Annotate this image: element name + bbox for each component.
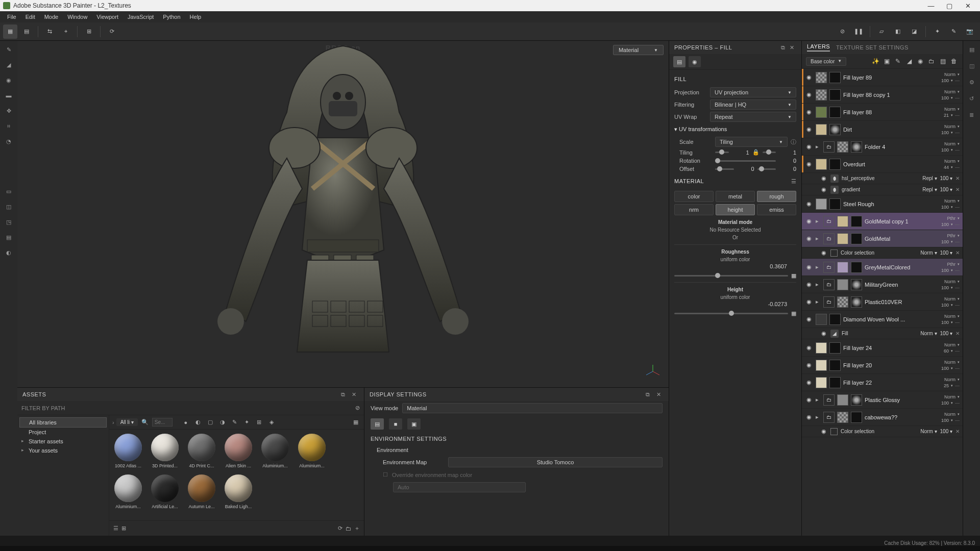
layer-name[interactable]: Fill layer 24 [843, 345, 932, 351]
channel-rough[interactable]: rough [757, 191, 796, 202]
layer-mask[interactable] [829, 159, 841, 170]
visibility-icon[interactable]: ◉ [820, 428, 827, 435]
folder-caret-icon[interactable]: ▸ [816, 414, 821, 420]
layer-thumb[interactable] [837, 279, 848, 290]
visibility-icon[interactable]: ◉ [805, 74, 813, 81]
layer-meta[interactable]: Norm▾21▾— [934, 106, 960, 118]
layer-effect-row[interactable]: ◉◢FillNorm ▾100 ▾✕ [802, 328, 963, 339]
layer-meta[interactable]: Pthr▾100▾— [934, 215, 960, 228]
viewport-3d[interactable]: RRCG.cn [17, 41, 669, 388]
layer-thumb[interactable] [837, 141, 848, 153]
layer-row[interactable]: ◉▸🗀Folder 4Norm▾100▾— [802, 138, 963, 156]
layer-thumb[interactable] [837, 262, 848, 273]
visibility-icon[interactable]: ◉ [805, 218, 813, 224]
menu-window[interactable]: Window [63, 13, 91, 21]
layer-row[interactable]: ◉Fill layer 89Norm▾100▾— [802, 69, 963, 86]
layer-meta[interactable]: Norm▾44▾— [934, 158, 960, 170]
channel-emiss[interactable]: emiss [757, 204, 796, 215]
channel-metal[interactable]: metal [716, 191, 755, 202]
layer-name[interactable]: Fill layer 20 [843, 362, 932, 368]
add-folder-icon[interactable]: 🗀 [927, 57, 936, 66]
assets-reload-icon[interactable]: ⟳ [338, 525, 342, 532]
layer-meta[interactable]: Norm▾100▾— [934, 71, 960, 84]
minimize-button[interactable]: — [922, 0, 940, 11]
filter-material-icon[interactable]: ● [181, 417, 191, 428]
filter-env-icon[interactable]: ◈ [266, 417, 277, 428]
layer-row[interactable]: ◉▸🗀GreyMetalColoredPthr▾100▾— [802, 259, 963, 276]
asset-item[interactable]: Aluminium... [260, 434, 290, 468]
layer-name[interactable]: cabowewa?? [865, 414, 932, 420]
visibility-icon[interactable]: ◉ [805, 264, 813, 270]
layer-thumb[interactable] [816, 72, 827, 83]
layer-mask[interactable] [851, 394, 862, 406]
rough-color-icon[interactable]: ▦ [791, 272, 796, 279]
add-effect-icon[interactable]: ✨ [871, 57, 880, 66]
uv-trans-header[interactable]: ▾ UV transformations [674, 124, 796, 135]
layer-row[interactable]: ◉Diamond Woven Wool ...Norm▾100▾— [802, 311, 963, 328]
tiling-slider-y[interactable] [763, 152, 776, 153]
visibility-icon[interactable]: ◉ [805, 126, 813, 133]
layer-meta[interactable]: Norm▾100▾— [934, 313, 960, 325]
axis-gizmo[interactable] [645, 364, 660, 379]
visibility-icon[interactable]: ◉ [805, 298, 813, 305]
asset-item[interactable]: 4D Print C... [187, 434, 216, 468]
layer-mask[interactable] [829, 89, 841, 101]
viewmode-dropdown[interactable]: Material [402, 403, 663, 413]
layer-mask[interactable] [829, 360, 841, 371]
polygon-fill-icon[interactable]: ▭ [3, 186, 14, 197]
filter-particle-icon[interactable]: ✦ [242, 417, 252, 428]
visibility-icon[interactable]: ◉ [805, 344, 813, 351]
layer-mask[interactable] [829, 107, 841, 118]
layer-meta[interactable]: Norm▾100▾— [934, 394, 960, 406]
display-close-icon[interactable]: ✕ [654, 390, 664, 399]
filter-mesh-icon[interactable]: ⊞ [254, 417, 264, 428]
visibility-icon[interactable]: ◉ [805, 143, 813, 150]
visibility-icon[interactable]: ◉ [820, 175, 827, 182]
symmetry-button[interactable]: ⇆ [42, 24, 57, 39]
layer-row[interactable]: ◉▸🗀MilitaryGreenNorm▾100▾— [802, 276, 963, 293]
add-layer-icon[interactable]: ▤ [938, 57, 947, 66]
assets-tree-item[interactable]: ▸Your assets [17, 446, 109, 455]
fill-tool-icon[interactable]: ▬ [3, 90, 14, 101]
layer-row[interactable]: ◉Steel RoughNorm▾100▾— [802, 195, 963, 213]
env-auto-dropdown[interactable]: Auto [393, 482, 526, 492]
assets-foot-help-icon[interactable]: ⊞ [121, 525, 126, 532]
menu-python[interactable]: Python [159, 13, 184, 21]
layer-mask[interactable] [829, 342, 841, 354]
layer-mask[interactable] [851, 233, 862, 244]
visibility-icon[interactable]: ◉ [805, 281, 813, 288]
asset-item[interactable]: Artificial Le... [150, 474, 180, 509]
dock-layers-icon[interactable]: ◫ [966, 60, 977, 71]
assets-add-icon[interactable]: ＋ [354, 524, 360, 532]
assets-search-input[interactable] [152, 418, 173, 427]
visibility-icon[interactable]: ◉ [805, 235, 813, 242]
display-viewport-tab-icon[interactable]: ▣ [407, 418, 421, 430]
layer-name[interactable]: Steel Rough [843, 201, 932, 207]
filter-texture-icon[interactable]: ▢ [205, 417, 215, 428]
layer-name[interactable]: Dirt [843, 127, 932, 133]
layer-mask[interactable] [829, 124, 841, 135]
add-fill-icon[interactable]: ◢ [904, 57, 914, 66]
visibility-icon[interactable]: ◉ [805, 161, 813, 167]
folder-caret-icon[interactable]: ▸ [816, 281, 821, 288]
layer-row[interactable]: ◉Fill layer 88 copy 1Norm▾100▾— [802, 86, 963, 104]
menu-mode[interactable]: Mode [40, 13, 63, 21]
layer-name[interactable]: GoldMetal [865, 236, 932, 242]
properties-close-icon[interactable]: ✕ [788, 44, 797, 51]
visibility-icon[interactable]: ◉ [805, 396, 813, 403]
layer-meta[interactable]: Norm▾100▾— [934, 279, 960, 291]
layer-meta[interactable]: Norm▾100▾— [934, 411, 960, 423]
layer-effect-row[interactable]: ◉Color selectionNorm ▾100 ▾✕ [802, 247, 963, 259]
folder-caret-icon[interactable]: ▸ [816, 218, 821, 224]
layer-meta[interactable]: Norm▾100▾— [934, 89, 960, 101]
display-camera-tab-icon[interactable]: ■ [389, 418, 402, 430]
layer-name[interactable]: Plastic010VER [865, 299, 932, 305]
layer-meta[interactable]: Norm▾100▾— [934, 141, 960, 153]
layer-meta[interactable]: Norm▾25▾— [934, 377, 960, 389]
layer-row[interactable]: ◉▸🗀Plastic GlossyNorm▾100▾— [802, 391, 963, 409]
properties-pop-out-icon[interactable]: ⧉ [779, 44, 788, 51]
channel-height[interactable]: height [716, 204, 755, 215]
layer-thumb[interactable] [816, 314, 827, 325]
add-paint-icon[interactable]: ✎ [893, 57, 902, 66]
layer-tool-icon[interactable]: ▤ [3, 232, 14, 243]
